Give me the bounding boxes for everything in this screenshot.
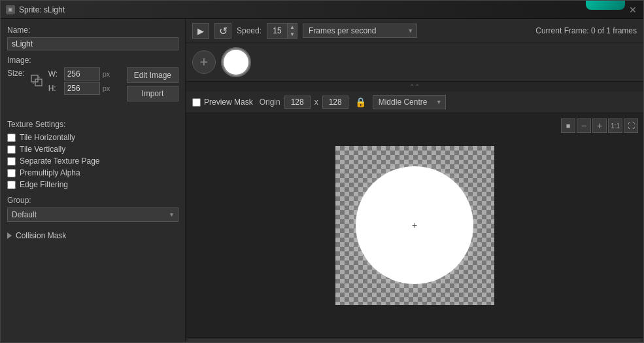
- edit-image-button[interactable]: Edit Image: [127, 67, 178, 83]
- size-row: Size: W: px H:: [7, 67, 178, 112]
- name-input[interactable]: [7, 37, 178, 50]
- canvas-view: +: [186, 113, 643, 337]
- left-panel: Name: Image: Size: W:: [1, 19, 186, 342]
- group-section: Group: Default: [7, 196, 178, 222]
- close-button[interactable]: ✕: [628, 5, 638, 15]
- add-frame-button[interactable]: +: [192, 50, 216, 74]
- group-label: Group:: [7, 196, 178, 205]
- origin-x-input[interactable]: [284, 96, 311, 109]
- edge-filtering-label: Edge Filtering: [20, 180, 68, 189]
- fps-select[interactable]: Frames per second Frames per game frame …: [303, 24, 417, 38]
- title-bar: ▣ Sprite: sLight ✕: [1, 1, 643, 19]
- size-fields: W: px H: px: [48, 67, 122, 96]
- height-input[interactable]: [64, 82, 100, 95]
- animation-bar: ▶ ↺ Speed: ▲ ▼ Frames per second: [186, 19, 643, 43]
- canvas-toolbar: ■ − + 1:1 ⛶: [561, 118, 638, 133]
- crosshair: +: [412, 220, 417, 230]
- image-buttons: Edit Image Import: [127, 67, 178, 104]
- tile-horizontally-row[interactable]: Tile Horizontally: [7, 133, 178, 142]
- separate-texture-checkbox[interactable]: [7, 157, 16, 166]
- zoom-actual-button[interactable]: 1:1: [608, 118, 622, 133]
- window-icon: ▣: [6, 5, 15, 14]
- frame-thumb-inner: [224, 50, 248, 75]
- group-select[interactable]: Default: [7, 208, 178, 222]
- collapse-strip[interactable]: ⌃⌃: [186, 82, 643, 92]
- tile-horizontally-checkbox[interactable]: [7, 134, 16, 142]
- origin-wrap: Origin x: [260, 96, 348, 109]
- fps-select-wrap: Frames per second Frames per game frame …: [303, 24, 417, 38]
- right-panel: ▶ ↺ Speed: ▲ ▼ Frames per second: [186, 19, 643, 342]
- height-row: H: px: [48, 82, 122, 95]
- origin-x-label: x: [314, 98, 318, 107]
- size-label: Size:: [7, 67, 25, 78]
- group-select-wrapper: Default: [7, 208, 178, 222]
- texture-settings-label: Texture Settings:: [7, 120, 178, 129]
- tile-vertically-label: Tile Vertically: [20, 145, 65, 154]
- anchor-select-wrap: Middle Centre Top Left Top Centre Top Ri…: [373, 95, 446, 109]
- preview-mask-label: Preview Mask: [204, 98, 253, 107]
- origin-y-input[interactable]: [322, 96, 348, 109]
- preview-bar: Preview Mask Origin x 🔒 Middle Centre To…: [186, 92, 643, 113]
- speed-up-button[interactable]: ▲: [288, 24, 297, 31]
- origin-label: Origin: [260, 98, 280, 107]
- resize-icon: [30, 69, 43, 92]
- tile-horizontally-label: Tile Horizontally: [20, 133, 75, 142]
- separate-texture-label: Separate Texture Page: [20, 156, 100, 166]
- play-button[interactable]: ▶: [192, 23, 209, 39]
- main-window: ▣ Sprite: sLight ✕ Name: Image: Size:: [0, 0, 644, 343]
- edge-filtering-row[interactable]: Edge Filtering: [7, 180, 178, 189]
- speed-arrows: ▲ ▼: [287, 24, 297, 38]
- collision-mask-row[interactable]: Collision Mask: [7, 228, 178, 243]
- checker-background: +: [335, 146, 494, 305]
- speed-input-wrap: ▲ ▼: [267, 23, 297, 39]
- svg-rect-1: [35, 79, 42, 86]
- speed-down-button[interactable]: ▼: [288, 31, 297, 38]
- width-label: W:: [48, 69, 61, 79]
- height-label: H:: [48, 84, 61, 93]
- lock-icon[interactable]: 🔒: [355, 97, 366, 107]
- speed-input[interactable]: [267, 26, 287, 35]
- fullscreen-button[interactable]: ⛶: [624, 118, 638, 133]
- svg-rect-0: [31, 75, 38, 82]
- width-input[interactable]: [64, 67, 100, 81]
- teal-accent: [586, 1, 625, 10]
- image-label: Image:: [7, 56, 178, 65]
- name-label: Name:: [7, 26, 178, 35]
- zoom-out-button[interactable]: −: [577, 118, 591, 133]
- premultiply-alpha-label: Premultiply Alpha: [20, 168, 80, 177]
- play-icon: ▶: [197, 26, 204, 36]
- bottom-scrollbar[interactable]: [186, 337, 643, 342]
- import-button[interactable]: Import: [127, 86, 178, 101]
- tile-vertically-checkbox[interactable]: [7, 145, 16, 154]
- anchor-select[interactable]: Middle Centre Top Left Top Centre Top Ri…: [373, 95, 446, 109]
- refresh-button[interactable]: ↺: [214, 23, 231, 39]
- premultiply-alpha-checkbox[interactable]: [7, 169, 16, 177]
- content-area: Name: Image: Size: W:: [1, 19, 643, 342]
- tile-vertically-row[interactable]: Tile Vertically: [7, 145, 178, 154]
- separate-texture-row[interactable]: Separate Texture Page: [7, 156, 178, 166]
- height-unit: px: [103, 84, 110, 92]
- canvas-area: ■ − + 1:1 ⛶ +: [186, 113, 643, 337]
- collapse-icon: [7, 232, 12, 239]
- frames-strip: +: [186, 43, 643, 82]
- frame-thumbnail[interactable]: [221, 47, 251, 77]
- current-frame-text: Current Frame: 0 of 1 frames: [535, 26, 637, 35]
- width-row: W: px: [48, 67, 122, 81]
- scrollbar-track: [188, 339, 641, 342]
- zoom-reset-button[interactable]: ■: [561, 118, 575, 133]
- edge-filtering-checkbox[interactable]: [7, 181, 16, 189]
- collision-mask-label: Collision Mask: [16, 231, 66, 240]
- refresh-icon: ↺: [219, 25, 228, 37]
- preview-mask-checkbox[interactable]: [192, 98, 201, 107]
- window-title: Sprite: sLight: [19, 5, 628, 14]
- zoom-in-button[interactable]: +: [592, 118, 607, 133]
- premultiply-alpha-row[interactable]: Premultiply Alpha: [7, 168, 178, 177]
- preview-mask-wrap[interactable]: Preview Mask: [192, 98, 253, 107]
- speed-label: Speed:: [237, 26, 262, 35]
- width-unit: px: [103, 70, 110, 78]
